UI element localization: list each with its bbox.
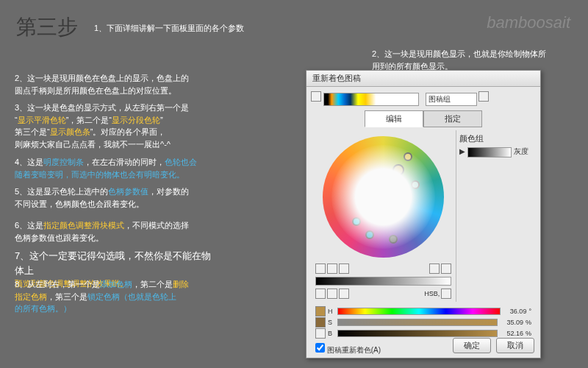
watermark: bamboosait — [487, 13, 570, 32]
swatch-icon[interactable] — [315, 306, 326, 316]
step-title: 第三步 — [16, 13, 78, 41]
mode-icon[interactable] — [315, 328, 326, 339]
note-right: 2、这一块是现用颜色显示，也就是你绘制物体所用到的所有颜色显示。 — [372, 48, 570, 72]
note-8: 8、从左到右，第一个是添加色柄，第二个是删除 指定色柄，第三个是锁定色柄（也就是… — [15, 278, 220, 315]
recolor-panel: 重新着色图稿 图稿组 编辑指定 — [306, 70, 541, 358]
dropdown-icon[interactable] — [478, 91, 489, 102]
panel-title: 重新着色图稿 — [306, 71, 540, 87]
tab-edit[interactable]: 编辑 — [365, 110, 423, 127]
swatch2-icon[interactable] — [315, 317, 326, 328]
remove-color-icon[interactable] — [327, 289, 337, 299]
add-handle-icon[interactable] — [429, 263, 440, 274]
active-colors-bar[interactable] — [323, 93, 419, 106]
smooth-wheel-icon[interactable] — [315, 263, 326, 274]
add-color-icon[interactable] — [315, 289, 326, 299]
tab-assign[interactable]: 指定 — [423, 110, 482, 127]
mode-label: HSB, — [424, 290, 440, 297]
note-4: 4、这是明度控制条，在左右滑动的同时，色轮也会 随着变暗变明，而选中的物体也会有… — [15, 156, 220, 180]
color-groups-panel: 颜色组 ▶ 灰度 — [456, 130, 536, 302]
note-2: 2、这一块是现用颜色在色盘上的显示，色盘上的圆点手柄则是所用颜色在色盘上的对应位… — [15, 72, 220, 96]
sat-slider[interactable] — [337, 319, 498, 326]
color-bars-icon[interactable] — [339, 263, 349, 274]
lock-color-icon[interactable] — [339, 289, 349, 299]
hsb-sliders: H36.09° S35.09% B52.16% — [315, 306, 531, 339]
note-6: 6、这是指定颜色调整滑块模式，不同模式的选择 色柄参数值也跟着变化。 — [15, 219, 220, 244]
recolor-checkbox[interactable] — [315, 343, 325, 353]
segmented-wheel-icon[interactable] — [327, 263, 337, 274]
cancel-button[interactable]: 取消 — [496, 338, 534, 353]
preset-dropdown[interactable]: 图稿组 — [426, 93, 477, 106]
hue-slider[interactable] — [337, 308, 501, 315]
mode-menu-icon[interactable] — [441, 289, 451, 299]
note-3: 3、这一块是色盘的显示方式，从左到右第一个是 “显示平滑色轮”，第二个是“显示分… — [15, 102, 220, 150]
ok-button[interactable]: 确定 — [453, 338, 491, 353]
link-icon[interactable] — [441, 263, 451, 274]
bri-slider[interactable] — [337, 330, 498, 337]
note-5: 5、这是显示色轮上选中的色柄参数值，对参数的 不同设置，色柄颜色也会跟着变化。 — [15, 185, 220, 210]
color-groups-label: 颜色组 — [459, 133, 533, 144]
tabs: 编辑指定 — [311, 110, 536, 127]
note-1: 1、下面详细讲解一下面板里面的各个参数 — [94, 22, 244, 35]
brightness-slider[interactable] — [315, 277, 451, 286]
artwork-color-icon[interactable] — [311, 91, 321, 102]
wheel-mode-icons — [315, 263, 451, 274]
color-group-item[interactable]: ▶ 灰度 — [459, 146, 533, 157]
color-wheel[interactable] — [323, 136, 444, 258]
